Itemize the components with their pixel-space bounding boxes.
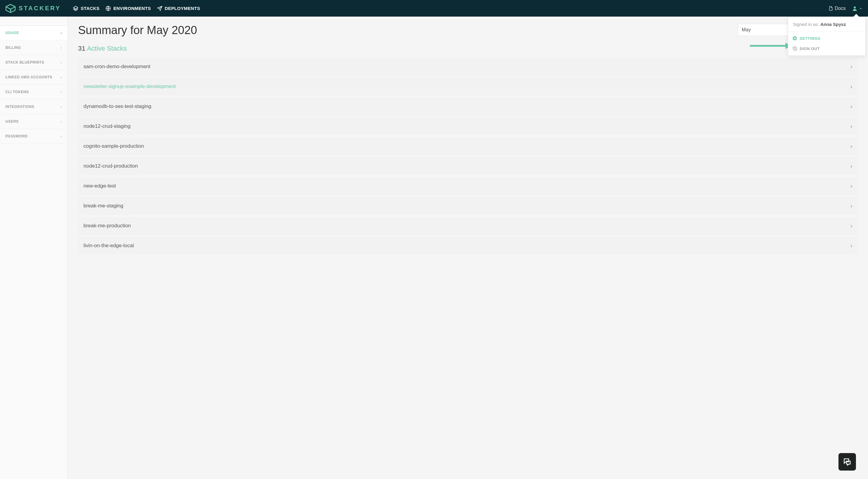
stack-name: dynamodb-to-ses-test-staging xyxy=(84,103,151,110)
layers-icon xyxy=(73,6,79,11)
stack-row[interactable]: dynamodb-to-ses-test-staging› xyxy=(78,98,858,115)
nav-environments[interactable]: ENVIRONMENTS xyxy=(105,6,151,11)
chevron-right-icon: › xyxy=(850,123,852,130)
sidebar-item-usage[interactable]: USAGE› xyxy=(0,25,67,40)
sidebar-item-linked-aws-accounts[interactable]: LINKED AWS ACCOUNTS› xyxy=(0,70,67,85)
chevron-right-icon: › xyxy=(61,134,62,139)
sidebar-item-label: BILLING xyxy=(5,46,21,50)
main-content: Summary for May 2020 May 2020 31 xyxy=(68,17,868,479)
primary-nav: STACKS ENVIRONMENTS DEPLOYMENTS xyxy=(73,6,200,11)
topbar: STACKERY STACKS ENVIRONMENTS DEPLOYMENTS… xyxy=(0,0,868,17)
brand-text: STACKERY xyxy=(19,5,61,12)
stack-name: break-me-staging xyxy=(84,203,123,209)
document-icon xyxy=(828,6,833,11)
nav-stacks-label: STACKS xyxy=(81,6,99,11)
user-menu-signout[interactable]: SIGN OUT xyxy=(788,43,865,54)
gear-icon xyxy=(792,36,797,41)
stack-name: node12-crud-staging xyxy=(84,123,130,129)
chevron-right-icon: › xyxy=(850,64,852,70)
user-name: Anna Spysz xyxy=(820,22,846,27)
send-icon xyxy=(157,6,162,11)
docs-link[interactable]: Docs xyxy=(828,6,846,11)
stack-row[interactable]: newsletter-signup-example-development› xyxy=(78,78,858,95)
stack-name: node12-crud-production xyxy=(84,163,138,169)
nav-deployments-label: DEPLOYMENTS xyxy=(165,6,200,11)
stack-name: sam-cron-demo-development xyxy=(84,64,150,70)
sidebar-item-label: USAGE xyxy=(5,31,19,35)
chevron-right-icon: › xyxy=(850,203,852,209)
sidebar-item-users[interactable]: USERS› xyxy=(0,114,67,129)
chevron-right-icon: › xyxy=(61,104,62,109)
chevron-right-icon: › xyxy=(61,45,62,50)
user-dropdown: Signed in as: Anna Spysz SETTINGS SIGN O… xyxy=(788,17,866,56)
user-menu-settings-label: SETTINGS xyxy=(800,36,820,41)
chevron-right-icon: › xyxy=(61,30,62,35)
chevron-right-icon: › xyxy=(850,223,852,229)
sidebar-item-label: CLI TOKENS xyxy=(5,90,29,94)
chevron-down-icon xyxy=(859,7,863,10)
nav-deployments[interactable]: DEPLOYMENTS xyxy=(157,6,200,11)
chevron-right-icon: › xyxy=(61,60,62,65)
sidebar-item-label: LINKED AWS ACCOUNTS xyxy=(5,75,52,79)
chevron-right-icon: › xyxy=(61,75,62,80)
signed-in-row: Signed in as: Anna Spysz xyxy=(788,17,865,31)
stack-row[interactable]: new-edge-test› xyxy=(78,177,858,195)
brand-logo[interactable]: STACKERY xyxy=(5,4,61,13)
stack-row[interactable]: node12-crud-staging› xyxy=(78,118,858,135)
sidebar-item-password[interactable]: PASSWORD› xyxy=(0,129,67,144)
page-title: Summary for May 2020 xyxy=(78,24,197,37)
docs-label: Docs xyxy=(835,6,846,11)
stack-list: sam-cron-demo-development›newsletter-sig… xyxy=(78,58,858,255)
stack-name: newsletter-signup-example-development xyxy=(84,84,176,90)
stack-row[interactable]: break-me-production› xyxy=(78,217,858,235)
chevron-right-icon: › xyxy=(850,243,852,249)
stack-name: cognito-sample-production xyxy=(84,143,144,149)
chat-icon xyxy=(843,457,852,466)
sidebar: USAGE›BILLING›STACK BLUEPRINTS›LINKED AW… xyxy=(0,17,68,479)
user-menu-settings[interactable]: SETTINGS xyxy=(788,33,865,43)
chevron-right-icon: › xyxy=(850,143,852,150)
sidebar-item-label: STACK BLUEPRINTS xyxy=(5,60,44,64)
sidebar-item-cli-tokens[interactable]: CLI TOKENS› xyxy=(0,84,67,99)
svg-point-1 xyxy=(854,6,856,8)
user-icon xyxy=(852,5,858,11)
stack-row[interactable]: node12-crud-production› xyxy=(78,157,858,175)
count-number: 31 xyxy=(78,44,85,52)
sidebar-item-stack-blueprints[interactable]: STACK BLUEPRINTS› xyxy=(0,55,67,70)
stack-name: new-edge-test xyxy=(84,183,116,189)
power-off-icon xyxy=(792,46,797,51)
stack-row[interactable]: livin-on-the-edge-local› xyxy=(78,237,858,255)
chevron-right-icon: › xyxy=(850,103,852,110)
signed-in-prefix: Signed in as: xyxy=(793,22,820,27)
nav-stacks[interactable]: STACKS xyxy=(73,6,99,11)
stack-row[interactable]: break-me-staging› xyxy=(78,197,858,215)
chevron-right-icon: › xyxy=(850,183,852,189)
chat-button[interactable] xyxy=(838,453,856,471)
user-menu-signout-label: SIGN OUT xyxy=(800,47,820,51)
month-select-value: May xyxy=(742,27,751,33)
chevron-right-icon: › xyxy=(61,119,62,124)
nav-environments-label: ENVIRONMENTS xyxy=(113,6,151,11)
sidebar-item-integrations[interactable]: INTEGRATIONS› xyxy=(0,99,67,114)
globe-icon xyxy=(105,6,111,11)
active-stacks-count: 31 Active Stacks xyxy=(78,44,858,53)
sidebar-item-billing[interactable]: BILLING› xyxy=(0,40,67,55)
count-label[interactable]: Active Stacks xyxy=(87,44,127,52)
stack-name: break-me-production xyxy=(84,223,131,229)
stackery-icon xyxy=(5,4,16,13)
sidebar-item-label: USERS xyxy=(5,119,19,124)
sidebar-item-label: INTEGRATIONS xyxy=(5,104,34,109)
chevron-right-icon: › xyxy=(850,163,852,170)
chevron-right-icon: › xyxy=(61,90,62,94)
chevron-right-icon: › xyxy=(850,84,852,90)
user-menu-trigger[interactable] xyxy=(852,5,863,11)
stack-name: livin-on-the-edge-local xyxy=(84,243,134,249)
stack-row[interactable]: sam-cron-demo-development› xyxy=(78,58,858,76)
stack-row[interactable]: cognito-sample-production› xyxy=(78,138,858,155)
sidebar-item-label: PASSWORD xyxy=(5,134,28,138)
